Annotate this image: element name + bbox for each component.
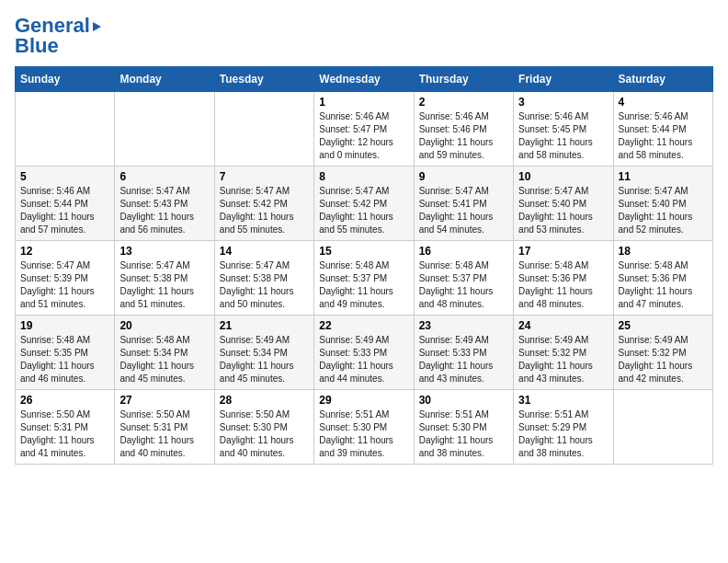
calendar-cell: 31Sunrise: 5:51 AMSunset: 5:29 PMDayligh… xyxy=(514,390,613,465)
day-info: Sunrise: 5:49 AM xyxy=(419,334,508,347)
day-info: Sunset: 5:42 PM xyxy=(220,198,309,211)
day-info: Sunset: 5:37 PM xyxy=(419,272,508,285)
weekday-header-row: SundayMondayTuesdayWednesdayThursdayFrid… xyxy=(16,67,713,92)
day-info: Sunrise: 5:50 AM xyxy=(119,408,209,421)
day-info: Sunset: 5:33 PM xyxy=(419,347,508,360)
day-number: 17 xyxy=(518,245,608,258)
day-info: Sunrise: 5:49 AM xyxy=(619,334,708,347)
day-info: Sunrise: 5:50 AM xyxy=(20,408,109,421)
day-info: Sunset: 5:34 PM xyxy=(119,347,209,360)
day-info: Sunrise: 5:47 AM xyxy=(419,185,508,198)
day-info: Sunset: 5:36 PM xyxy=(518,272,608,285)
day-info: Sunrise: 5:48 AM xyxy=(119,334,209,347)
day-info: Sunrise: 5:46 AM xyxy=(619,110,708,123)
calendar-cell: 11Sunrise: 5:47 AMSunset: 5:40 PMDayligh… xyxy=(613,167,712,241)
day-info: Daylight: 11 hours xyxy=(619,285,708,298)
day-info: Sunset: 5:30 PM xyxy=(319,421,408,434)
day-info: Sunrise: 5:47 AM xyxy=(119,259,209,272)
calendar-cell: 18Sunrise: 5:48 AMSunset: 5:36 PMDayligh… xyxy=(613,241,712,316)
day-info: Daylight: 11 hours xyxy=(419,285,508,298)
day-info: and 51 minutes. xyxy=(20,298,109,311)
weekday-header-sunday: Sunday xyxy=(16,67,115,92)
day-number: 23 xyxy=(419,319,508,332)
day-info: Sunset: 5:29 PM xyxy=(518,421,608,434)
day-info: Daylight: 11 hours xyxy=(319,434,408,447)
day-info: Daylight: 11 hours xyxy=(619,360,708,373)
day-info: Sunrise: 5:47 AM xyxy=(619,185,708,198)
calendar-cell: 23Sunrise: 5:49 AMSunset: 5:33 PMDayligh… xyxy=(414,316,513,390)
day-info: and 55 minutes. xyxy=(319,224,408,236)
day-info: Sunset: 5:39 PM xyxy=(20,272,109,285)
day-info: Sunrise: 5:46 AM xyxy=(319,110,408,123)
day-info: and 53 minutes. xyxy=(518,224,608,236)
day-number: 24 xyxy=(518,319,608,332)
day-info: Sunrise: 5:46 AM xyxy=(518,110,608,123)
week-row-4: 19Sunrise: 5:48 AMSunset: 5:35 PMDayligh… xyxy=(16,316,713,390)
day-number: 20 xyxy=(119,319,209,332)
day-info: Sunset: 5:43 PM xyxy=(119,198,209,211)
day-info: and 40 minutes. xyxy=(220,447,309,460)
day-info: Sunrise: 5:51 AM xyxy=(518,408,608,421)
day-info: and 49 minutes. xyxy=(319,298,408,311)
day-info: Sunrise: 5:49 AM xyxy=(319,334,408,347)
calendar-cell: 1Sunrise: 5:46 AMSunset: 5:47 PMDaylight… xyxy=(314,92,414,167)
day-info: and 43 minutes. xyxy=(419,373,508,385)
day-info: and 41 minutes. xyxy=(20,447,109,460)
day-info: Sunset: 5:33 PM xyxy=(319,347,408,360)
calendar-cell: 25Sunrise: 5:49 AMSunset: 5:32 PMDayligh… xyxy=(613,316,712,390)
day-info: Sunrise: 5:47 AM xyxy=(119,185,209,198)
day-info: Sunset: 5:40 PM xyxy=(619,198,708,211)
calendar-cell: 2Sunrise: 5:46 AMSunset: 5:46 PMDaylight… xyxy=(414,92,513,167)
day-number: 2 xyxy=(419,96,508,109)
day-info: Sunrise: 5:50 AM xyxy=(220,408,309,421)
day-info: Sunrise: 5:46 AM xyxy=(20,185,109,198)
day-info: Daylight: 11 hours xyxy=(518,136,608,149)
day-info: and 42 minutes. xyxy=(619,373,708,385)
day-info: Sunrise: 5:48 AM xyxy=(20,334,109,347)
day-info: Sunset: 5:35 PM xyxy=(20,347,109,360)
day-number: 10 xyxy=(518,170,608,183)
logo-blue: Blue xyxy=(15,35,101,57)
day-number: 31 xyxy=(518,394,608,407)
calendar-cell xyxy=(214,92,313,167)
day-number: 6 xyxy=(119,170,209,183)
day-number: 12 xyxy=(20,245,109,258)
calendar-cell: 19Sunrise: 5:48 AMSunset: 5:35 PMDayligh… xyxy=(16,316,115,390)
day-info: and 46 minutes. xyxy=(20,373,109,385)
week-row-3: 12Sunrise: 5:47 AMSunset: 5:39 PMDayligh… xyxy=(16,241,713,316)
page-header: General Blue xyxy=(15,15,713,57)
day-info: Daylight: 12 hours xyxy=(319,136,408,149)
calendar-cell: 28Sunrise: 5:50 AMSunset: 5:30 PMDayligh… xyxy=(214,390,313,465)
day-info: Daylight: 11 hours xyxy=(619,136,708,149)
day-info: and 58 minutes. xyxy=(619,149,708,162)
day-info: and 58 minutes. xyxy=(518,149,608,162)
calendar-cell: 3Sunrise: 5:46 AMSunset: 5:45 PMDaylight… xyxy=(514,92,613,167)
day-info: Sunset: 5:41 PM xyxy=(419,198,508,211)
week-row-1: 1Sunrise: 5:46 AMSunset: 5:47 PMDaylight… xyxy=(16,92,713,167)
day-info: Sunrise: 5:46 AM xyxy=(419,110,508,123)
day-info: Daylight: 11 hours xyxy=(20,211,109,224)
day-number: 7 xyxy=(220,170,309,183)
day-number: 13 xyxy=(119,245,209,258)
day-info: Sunset: 5:46 PM xyxy=(419,123,508,136)
day-info: and 59 minutes. xyxy=(419,149,508,162)
day-info: Sunrise: 5:47 AM xyxy=(20,259,109,272)
day-number: 19 xyxy=(20,319,109,332)
day-info: Daylight: 11 hours xyxy=(220,434,309,447)
day-number: 30 xyxy=(419,394,508,407)
day-number: 18 xyxy=(619,245,708,258)
day-info: Sunrise: 5:49 AM xyxy=(518,334,608,347)
day-info: Sunset: 5:31 PM xyxy=(20,421,109,434)
day-number: 26 xyxy=(20,394,109,407)
day-info: and 48 minutes. xyxy=(419,298,508,311)
day-info: Sunrise: 5:49 AM xyxy=(220,334,309,347)
day-number: 3 xyxy=(518,96,608,109)
day-info: and 48 minutes. xyxy=(518,298,608,311)
day-info: and 50 minutes. xyxy=(220,298,309,311)
day-info: Daylight: 11 hours xyxy=(619,211,708,224)
day-info: Daylight: 11 hours xyxy=(518,211,608,224)
calendar-cell: 26Sunrise: 5:50 AMSunset: 5:31 PMDayligh… xyxy=(16,390,115,465)
day-info: Daylight: 11 hours xyxy=(119,211,209,224)
day-number: 9 xyxy=(419,170,508,183)
day-info: and 51 minutes. xyxy=(119,298,209,311)
